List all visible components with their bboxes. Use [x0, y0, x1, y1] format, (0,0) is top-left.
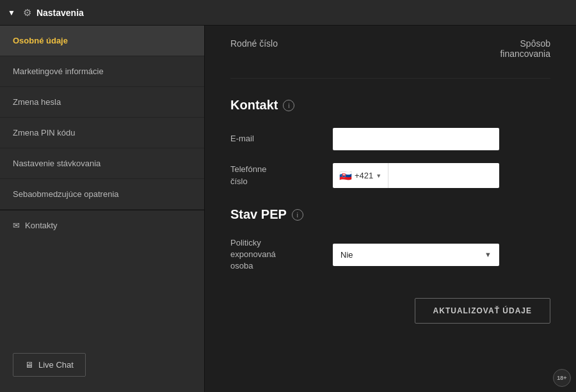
politically-exposed-label: Politicky exponovaná osoba — [230, 237, 333, 272]
phone-field-wrapper: 🇸🇰 +421 ▼ — [333, 163, 499, 188]
header: ▼ ⚙ Nastavenia — [0, 0, 576, 26]
phone-prefix-chevron-icon: ▼ — [376, 173, 381, 179]
email-label: E-mail — [230, 133, 333, 145]
rodne-cislo-label: Rodné číslo — [230, 38, 278, 49]
sidebar-item-label: Zmena hesla — [13, 97, 61, 107]
header-chevron-icon[interactable]: ▼ — [8, 8, 15, 17]
header-title: Nastavenia — [36, 8, 84, 18]
age-badge: 18+ — [553, 369, 571, 387]
sidebar-item-label: Sebaobmedzujúce opatrenia — [13, 189, 119, 199]
stav-pep-title: Stav PEP — [230, 207, 287, 222]
select-value: Nie — [340, 250, 484, 260]
politically-exposed-control: Nie ▼ — [333, 244, 499, 266]
stav-pep-section: Stav PEP i Politicky exponovaná osoba Ni… — [230, 207, 550, 272]
sidebar-item-marketingove-informacie[interactable]: Marketingové informácie — [0, 56, 204, 87]
kontakt-title: Kontakt — [230, 98, 278, 113]
sidebar-item-label: Osobné údaje — [13, 36, 68, 45]
sidebar-item-kontakty[interactable]: ✉ Kontakty — [0, 210, 204, 240]
top-fields: Rodné číslo Spôsob financovania — [230, 26, 550, 79]
live-chat-button[interactable]: 🖥 Live Chat — [13, 353, 86, 377]
sidebar-item-zmena-hesla[interactable]: Zmena hesla — [0, 87, 204, 118]
phone-row: Telefónne číslo 🇸🇰 +421 ▼ — [230, 163, 550, 188]
sposob-financovania-label: Spôsob financovania — [500, 38, 550, 59]
live-chat-icon: 🖥 — [25, 360, 33, 370]
phone-prefix-value: +421 — [355, 171, 373, 180]
sidebar-item-label: Marketingové informácie — [13, 67, 104, 76]
kontakt-section-header: Kontakt i — [230, 98, 550, 113]
select-chevron-icon: ▼ — [484, 251, 492, 258]
sidebar-item-osobne-udaje[interactable]: Osobné údaje — [0, 26, 204, 56]
bottom-row: AKTUALIZOVAŤ ÚDAJE — [230, 298, 550, 324]
phone-field: 🇸🇰 +421 ▼ — [333, 163, 499, 188]
phone-label: Telefónne číslo — [230, 164, 333, 187]
sidebar-item-label: Nastavenie stávkovania — [13, 159, 100, 168]
slovakia-flag-icon: 🇸🇰 — [339, 169, 352, 182]
phone-prefix-selector[interactable]: 🇸🇰 +421 ▼ — [333, 163, 388, 188]
content-area: Rodné číslo Spôsob financovania Kontakt … — [205, 26, 576, 392]
sidebar-item-label: Zmena PIN kódu — [13, 128, 76, 137]
stav-pep-section-header: Stav PEP i — [230, 207, 550, 222]
politically-exposed-row: Politicky exponovaná osoba Nie ▼ — [230, 237, 550, 272]
email-input-wrapper — [333, 128, 499, 150]
sidebar-item-zmena-pin-kodu[interactable]: Zmena PIN kódu — [0, 118, 204, 148]
politically-exposed-select[interactable]: Nie ▼ — [333, 244, 499, 266]
kontakt-info-icon[interactable]: i — [283, 100, 294, 111]
sidebar-item-nastavenie-stavkovania[interactable]: Nastavenie stávkovania — [0, 148, 204, 179]
stav-pep-info-icon[interactable]: i — [292, 209, 303, 221]
update-button[interactable]: AKTUALIZOVAŤ ÚDAJE — [415, 298, 550, 324]
live-chat-label: Live Chat — [38, 360, 74, 370]
email-row: E-mail — [230, 128, 550, 150]
sidebar-item-sebaobmedzujuce-opatrenia[interactable]: Sebaobmedzujúce opatrenia — [0, 179, 204, 210]
email-input[interactable] — [333, 128, 499, 150]
sidebar-menu: Osobné údaje Marketingové informácie Zme… — [0, 26, 204, 343]
email-icon: ✉ — [13, 221, 20, 230]
phone-number-input[interactable] — [388, 164, 499, 187]
sidebar-contacts-label: Kontakty — [25, 221, 58, 230]
main-layout: Osobné údaje Marketingové informácie Zme… — [0, 26, 576, 392]
settings-icon: ⚙ — [23, 7, 31, 19]
sidebar-live-chat-area: 🖥 Live Chat — [0, 343, 204, 392]
sidebar: Osobné údaje Marketingové informácie Zme… — [0, 26, 205, 392]
